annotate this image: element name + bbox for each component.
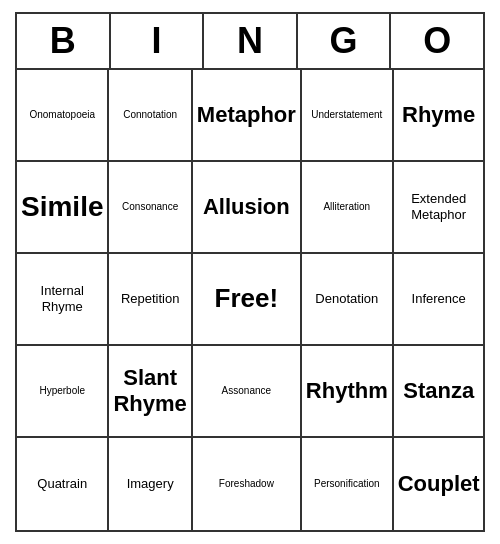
- bingo-cell-14: Inference: [394, 254, 484, 346]
- bingo-cell-18: Rhythm: [302, 346, 394, 438]
- bingo-cell-16: Slant Rhyme: [109, 346, 192, 438]
- bingo-cell-19: Stanza: [394, 346, 484, 438]
- bingo-letter-b: B: [17, 14, 111, 68]
- bingo-cell-23: Personification: [302, 438, 394, 530]
- bingo-cell-9: Extended Metaphor: [394, 162, 484, 254]
- bingo-cell-8: Alliteration: [302, 162, 394, 254]
- bingo-letter-o: O: [391, 14, 483, 68]
- bingo-cell-3: Understatement: [302, 70, 394, 162]
- bingo-cell-11: Repetition: [109, 254, 192, 346]
- bingo-grid: OnomatopoeiaConnotationMetaphorUnderstat…: [17, 70, 483, 530]
- bingo-header: BINGO: [17, 14, 483, 70]
- bingo-cell-5: Simile: [17, 162, 109, 254]
- bingo-cell-17: Assonance: [193, 346, 302, 438]
- bingo-cell-24: Couplet: [394, 438, 484, 530]
- bingo-cell-7: Allusion: [193, 162, 302, 254]
- bingo-card: BINGO OnomatopoeiaConnotationMetaphorUnd…: [15, 12, 485, 532]
- bingo-cell-4: Rhyme: [394, 70, 484, 162]
- bingo-cell-13: Denotation: [302, 254, 394, 346]
- bingo-cell-12: Free!: [193, 254, 302, 346]
- bingo-cell-0: Onomatopoeia: [17, 70, 109, 162]
- bingo-letter-g: G: [298, 14, 392, 68]
- bingo-cell-20: Quatrain: [17, 438, 109, 530]
- bingo-cell-6: Consonance: [109, 162, 192, 254]
- bingo-letter-n: N: [204, 14, 298, 68]
- bingo-letter-i: I: [111, 14, 205, 68]
- bingo-cell-2: Metaphor: [193, 70, 302, 162]
- bingo-cell-21: Imagery: [109, 438, 192, 530]
- bingo-cell-10: Internal Rhyme: [17, 254, 109, 346]
- bingo-cell-1: Connotation: [109, 70, 192, 162]
- bingo-cell-15: Hyperbole: [17, 346, 109, 438]
- bingo-cell-22: Foreshadow: [193, 438, 302, 530]
